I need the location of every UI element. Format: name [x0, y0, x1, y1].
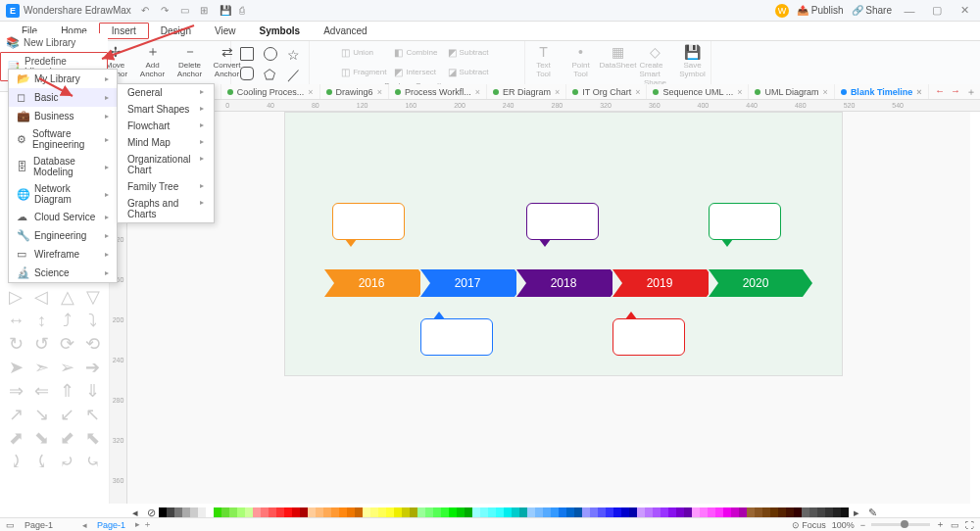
document-tab[interactable]: Sequence UML ...× [647, 84, 749, 99]
color-swatch[interactable] [465, 507, 472, 517]
color-swatch[interactable] [574, 507, 582, 517]
color-swatch[interactable] [198, 507, 206, 517]
color-swatch[interactable] [786, 507, 794, 517]
canvas-area[interactable]: 20162017201820192020 [127, 112, 970, 504]
undo-icon[interactable]: ↶ [141, 5, 153, 17]
color-swatch[interactable] [488, 507, 496, 517]
shape-stencil[interactable]: ⬊ [29, 427, 53, 449]
color-swatch[interactable] [566, 507, 574, 517]
color-swatch[interactable] [331, 507, 339, 517]
timeline-chevron[interactable]: 2016 [324, 269, 418, 297]
shape-stencil[interactable]: ↗ [4, 404, 27, 425]
color-swatch[interactable] [692, 507, 700, 517]
document-tab[interactable]: IT Org Chart× [566, 84, 647, 99]
color-swatch[interactable] [762, 507, 770, 517]
color-swatch[interactable] [237, 507, 245, 517]
shape-stencil[interactable]: ⤾ [56, 451, 79, 472]
canvas-page[interactable]: 20162017201820192020 [284, 112, 843, 376]
color-swatch[interactable] [708, 507, 715, 517]
color-swatch[interactable] [613, 507, 621, 517]
shape-stencil[interactable]: ⇐ [29, 380, 53, 402]
color-swatch[interactable] [355, 507, 363, 517]
color-swatch[interactable] [417, 507, 425, 517]
color-swatch[interactable] [723, 507, 731, 517]
libmenu-item[interactable]: 🌐Network Diagram▸ [9, 180, 117, 208]
shape-stencil[interactable]: ⬈ [4, 427, 27, 449]
view-mode-icon[interactable]: ▭ [6, 520, 15, 530]
shape-stencil[interactable]: △ [56, 286, 79, 308]
color-swatch[interactable] [182, 507, 190, 517]
color-swatch[interactable] [276, 507, 284, 517]
color-swatch[interactable] [472, 507, 480, 517]
color-swatch[interactable] [386, 507, 394, 517]
color-swatch[interactable] [684, 507, 692, 517]
shape-stencil[interactable]: ⤴ [56, 310, 79, 331]
color-swatch[interactable] [637, 507, 645, 517]
publish-button[interactable]: 📤 Publish [797, 5, 844, 16]
shape-stencil[interactable]: ↔ [4, 310, 27, 331]
shape-stencil[interactable]: ⬉ [81, 427, 105, 449]
color-swatch[interactable] [543, 507, 551, 517]
tab-close-icon[interactable]: × [377, 87, 382, 97]
color-swatch[interactable] [370, 507, 378, 517]
color-swatch[interactable] [433, 507, 441, 517]
tab-close-icon[interactable]: × [475, 87, 480, 97]
submenu-item[interactable]: General▸ [118, 84, 214, 101]
color-swatch[interactable] [590, 507, 598, 517]
submenu-item[interactable]: Graphs and Charts▸ [118, 195, 214, 222]
submenu-item[interactable]: Smart Shapes▸ [118, 101, 214, 118]
tab-close-icon[interactable]: × [635, 87, 640, 97]
color-swatch[interactable] [582, 507, 590, 517]
color-swatch[interactable] [606, 507, 613, 517]
document-tab[interactable]: ER Diagram× [487, 84, 566, 99]
libmenu-item[interactable]: ☁Cloud Service▸ [9, 208, 117, 226]
color-swatch[interactable] [559, 507, 566, 517]
redo-icon[interactable]: ↷ [161, 5, 172, 17]
ribbon-tool[interactable]: －DeleteAnchor [174, 43, 206, 78]
shape-stencil[interactable]: ➢ [56, 357, 79, 378]
color-swatch[interactable] [629, 507, 637, 517]
color-swatch[interactable] [253, 507, 261, 517]
color-swatch[interactable] [410, 507, 417, 517]
color-swatch[interactable] [747, 507, 755, 517]
timeline-chevron[interactable]: 2019 [612, 269, 707, 297]
zoom-in-icon[interactable]: ＋ [936, 518, 945, 531]
menu-design[interactable]: Design [149, 24, 203, 38]
callout-bubble[interactable] [612, 318, 685, 356]
color-swatch[interactable] [802, 507, 809, 517]
color-swatch[interactable] [519, 507, 527, 517]
color-swatch[interactable] [190, 507, 198, 517]
fit-page-icon[interactable]: ▭ [951, 520, 959, 530]
color-swatch[interactable] [347, 507, 355, 517]
color-swatch[interactable] [770, 507, 778, 517]
submenu-item[interactable]: Family Tree▸ [118, 178, 214, 195]
shape-stencil[interactable]: ⟳ [56, 333, 79, 355]
color-swatch[interactable] [441, 507, 449, 517]
color-swatch[interactable] [661, 507, 668, 517]
color-swatch[interactable] [167, 507, 174, 517]
color-swatch[interactable] [668, 507, 676, 517]
color-swatch[interactable] [363, 507, 370, 517]
shape-stencil[interactable]: ⤵ [81, 310, 105, 331]
color-swatch[interactable] [527, 507, 535, 517]
shape-stencil[interactable]: ⤿ [81, 451, 105, 472]
focus-button[interactable]: ⊙ Focus [792, 520, 826, 530]
tab-close-icon[interactable]: × [916, 87, 921, 97]
shape-stencil[interactable]: ◁ [29, 286, 53, 308]
color-swatch[interactable] [496, 507, 504, 517]
color-swatch[interactable] [174, 507, 182, 517]
color-swatch[interactable] [700, 507, 708, 517]
tab-close-icon[interactable]: × [823, 87, 828, 97]
libmenu-item[interactable]: 💼Business▸ [9, 107, 117, 125]
color-swatch[interactable] [809, 507, 817, 517]
new-library-button[interactable]: 📚New Library [0, 33, 108, 52]
ribbon-tool[interactable]: ＋AddAnchor [137, 43, 169, 78]
star-shape-icon[interactable]: ☆ [287, 47, 301, 63]
color-swatch[interactable] [794, 507, 802, 517]
shape-stencil[interactable]: ↻ [4, 333, 27, 355]
submenu-item[interactable]: Flowchart▸ [118, 118, 214, 134]
libmenu-item[interactable]: ◻Basic▸ [9, 88, 117, 107]
color-swatch[interactable] [269, 507, 276, 517]
tab-scroll-right-icon[interactable]: → [951, 85, 960, 99]
libmenu-item[interactable]: ▭Wireframe▸ [9, 245, 117, 264]
